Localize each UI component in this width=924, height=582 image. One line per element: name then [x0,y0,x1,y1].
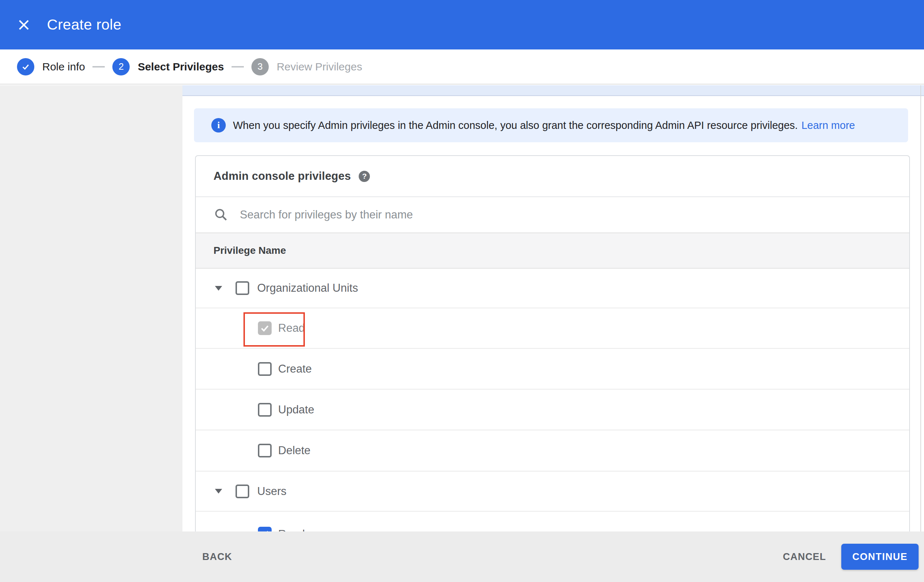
privilege-label: Organizational Units [257,282,358,295]
search-row [196,197,909,232]
privilege-label: Read [278,322,305,335]
scrollbar-track [921,85,921,531]
expander-collapse-icon[interactable] [215,489,222,493]
step-2-label: Select Privileges [138,61,224,73]
checkbox-users[interactable] [236,485,249,498]
search-input[interactable] [239,208,781,222]
step-connector [231,66,244,68]
checkbox-read-checked[interactable] [258,322,272,335]
check-icon [21,62,30,71]
checkbox-delete[interactable] [258,444,272,457]
main-content: i When you specify Admin privileges in t… [182,85,924,531]
step-2-circle: 2 [112,58,130,76]
step-1-label: Role info [42,61,85,73]
step-3-circle: 3 [251,58,269,76]
card-heading-row: Admin console privileges ? [196,156,909,197]
card-heading: Admin console privileges [213,170,351,183]
privilege-row-organizational-units[interactable]: Organizational Units [196,269,909,308]
close-icon [17,18,30,31]
search-icon [214,208,228,222]
cancel-button[interactable]: CANCEL [778,548,831,566]
privilege-name-column-header: Privilege Name [213,245,286,256]
privilege-label: Users [257,485,286,498]
step-select-privileges[interactable]: 2 Select Privileges [112,58,224,76]
privilege-label: Delete [278,444,311,457]
continue-button[interactable]: CONTINUE [841,544,919,570]
step-role-info[interactable]: Role info [17,58,85,76]
app-bar: Create role [0,0,924,49]
help-icon[interactable]: ? [359,171,370,182]
privilege-row-users[interactable]: Users [196,472,909,511]
privilege-row-read[interactable]: Read [196,308,909,349]
privilege-row-users-read[interactable]: Read [196,511,909,531]
info-banner-text: When you specify Admin privileges in the… [233,119,798,132]
step-connector [92,66,105,68]
back-button[interactable]: BACK [202,531,232,582]
step-review-privileges[interactable]: 3 Review Privileges [251,58,362,76]
expander-collapse-icon[interactable] [215,286,222,291]
privilege-row-create[interactable]: Create [196,349,909,389]
privilege-row-delete[interactable]: Delete [196,430,909,472]
left-sidebar [0,85,182,531]
create-role-dialog: Create role Role info 2 Select Privilege… [0,0,924,582]
close-button[interactable] [16,0,32,49]
checkbox-update[interactable] [258,403,272,417]
footer-bar: BACK CANCEL CONTINUE [0,531,924,582]
privileges-card: Admin console privileges ? Privilege Nam… [195,155,910,531]
step-1-circle [17,58,34,76]
privilege-row-update[interactable]: Update [196,389,909,430]
workspace: i When you specify Admin privileges in t… [0,85,924,531]
page-title: Create role [47,0,121,49]
info-icon: i [211,118,226,132]
privilege-label: Update [278,403,314,416]
stepper: Role info 2 Select Privileges 3 Review P… [0,49,924,84]
privilege-label: Read [278,528,305,531]
checkbox-users-read-checked[interactable] [258,527,272,531]
table-header-row: Privilege Name [196,232,909,269]
footer-actions: CANCEL CONTINUE [778,531,919,582]
privilege-label: Create [278,363,312,376]
checkbox-create[interactable] [258,362,272,376]
scrolled-content-strip [182,85,924,96]
learn-more-link[interactable]: Learn more [802,119,855,132]
info-banner: i When you specify Admin privileges in t… [194,108,908,142]
step-3-label: Review Privileges [277,61,362,73]
checkbox-organizational-units[interactable] [236,281,249,295]
